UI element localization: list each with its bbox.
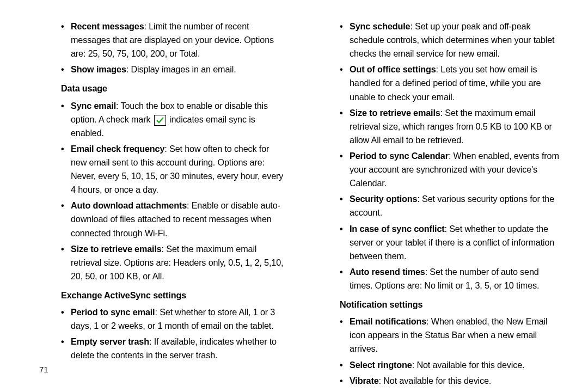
- item-term: Auto download attachments: [71, 200, 187, 210]
- bullet-item: Sync email: Touch the box to enable or d…: [61, 99, 285, 140]
- bullet-item: Out of office settings: Lets you set how…: [340, 63, 564, 103]
- item-term: Select ringtone: [350, 360, 412, 370]
- item-term: Period to sync email: [71, 307, 155, 317]
- item-term: Email notifications: [350, 316, 426, 326]
- item-text: : Not available for this device.: [379, 376, 492, 385]
- checkmark-icon: [154, 115, 166, 126]
- item-text: : Display images in an email.: [126, 64, 236, 74]
- bullet-item: Size to retrieve emails: Set the maximum…: [340, 106, 564, 147]
- bullet-item: Recent messages: Limit the number of rec…: [61, 20, 285, 60]
- bullet-item: Email notifications: When enabled, the N…: [340, 315, 564, 356]
- bullet-item: Select ringtone: Not available for this …: [340, 358, 564, 372]
- bullet-item: Empty server trash: If available, indica…: [61, 335, 285, 362]
- item-term: In case of sync conflict: [350, 224, 445, 234]
- item-term: Show images: [71, 64, 126, 74]
- item-term: Sync email: [71, 101, 116, 111]
- bullet-item: Size to retrieve emails: Set the maximum…: [61, 242, 285, 283]
- item-term: Security options: [350, 194, 417, 204]
- item-term: Email check frequency: [71, 144, 164, 154]
- bullet-item: Auto download attachments: Enable or dis…: [61, 199, 285, 240]
- page-number: 71: [39, 365, 48, 374]
- bullet-item: In case of sync conflict: Set whether to…: [340, 222, 564, 263]
- item-term: Period to sync Calendar: [350, 151, 449, 161]
- item-term: Vibrate: [350, 376, 379, 385]
- item-term: Empty server trash: [71, 336, 149, 346]
- manual-page: Recent messages: Limit the number of rec…: [0, 0, 588, 392]
- item-term: Size to retrieve emails: [71, 244, 162, 254]
- left-column: Recent messages: Limit the number of rec…: [37, 17, 285, 390]
- subsection-heading: Notification settings: [340, 298, 564, 311]
- item-text: : Not available for this device.: [412, 360, 525, 370]
- bullet-item: Period to sync email: Set whether to sto…: [61, 305, 285, 333]
- subsection-heading: Data usage: [61, 82, 285, 95]
- item-term: Sync schedule: [350, 21, 410, 31]
- bullet-item: Sync schedule: Set up your peak and off-…: [340, 20, 564, 60]
- bullet-item: Show images: Display images in an email.: [61, 63, 285, 76]
- item-term: Auto resend times: [350, 267, 425, 277]
- right-column: Sync schedule: Set up your peak and off-…: [316, 17, 564, 390]
- bullet-item: Period to sync Calendar: When enabled, e…: [340, 149, 564, 190]
- item-term: Recent messages: [71, 21, 144, 31]
- bullet-item: Security options: Set various security o…: [340, 192, 564, 219]
- item-term: Size to retrieve emails: [350, 108, 440, 118]
- bullet-item: Email check frequency: Set how often to …: [61, 142, 285, 197]
- subsection-heading: Exchange ActiveSync settings: [61, 289, 285, 302]
- item-term: Out of office settings: [350, 64, 436, 74]
- bullet-item: Auto resend times: Set the number of aut…: [340, 265, 564, 292]
- bullet-item: Vibrate: Not available for this device.: [340, 374, 564, 388]
